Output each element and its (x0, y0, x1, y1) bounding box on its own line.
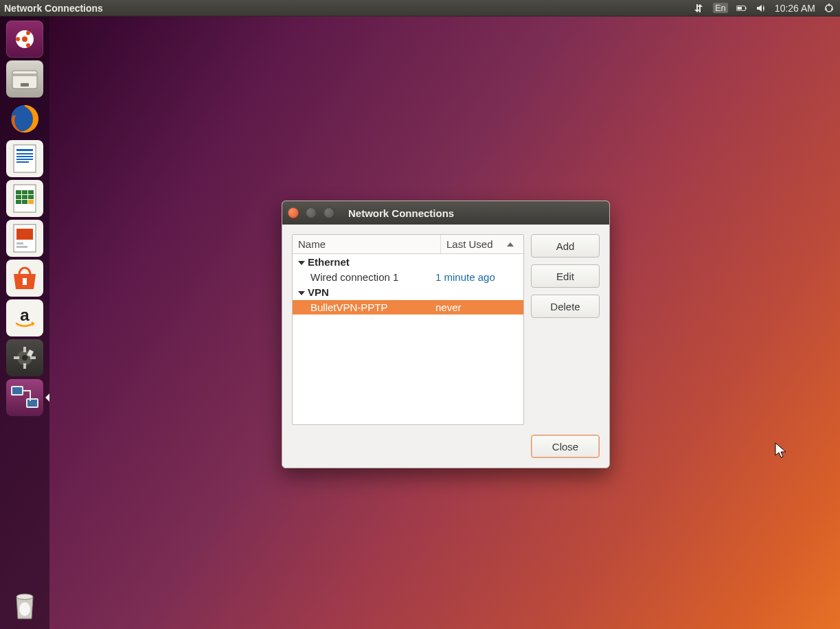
svg-rect-26 (16, 200, 21, 204)
svg-point-46 (19, 602, 30, 616)
sort-asc-icon (507, 242, 514, 247)
connections-list[interactable]: Name Last Used Ethernet Wired connection… (292, 234, 524, 425)
battery-indicator-icon[interactable] (736, 3, 747, 14)
session-indicator-icon[interactable] (824, 3, 835, 14)
connection-row[interactable]: BulletVPN-PPTP never (293, 300, 523, 314)
chevron-down-icon (298, 291, 305, 295)
svg-point-7 (26, 31, 30, 35)
svg-rect-25 (28, 195, 34, 199)
launcher-impress[interactable] (6, 220, 43, 257)
svg-point-45 (16, 594, 33, 599)
svg-point-8 (26, 43, 30, 47)
add-button[interactable]: Add (531, 234, 600, 258)
svg-rect-21 (22, 190, 27, 194)
svg-rect-1 (745, 7, 746, 9)
svg-rect-20 (16, 190, 21, 194)
close-button[interactable]: Close (531, 435, 600, 458)
mouse-cursor-icon (775, 442, 787, 459)
launcher-settings[interactable] (6, 339, 43, 376)
window-close-button[interactable] (288, 207, 299, 218)
sound-indicator-icon[interactable] (756, 3, 767, 14)
svg-rect-27 (22, 200, 27, 204)
clock[interactable]: 10:26 AM (775, 3, 815, 14)
indicator-area: En 10:26 AM (694, 3, 840, 14)
svg-rect-24 (22, 195, 27, 199)
svg-rect-31 (16, 242, 23, 244)
svg-point-5 (22, 36, 27, 42)
svg-rect-32 (16, 246, 27, 248)
delete-button[interactable]: Delete (531, 295, 600, 318)
keyboard-indicator[interactable]: En (713, 3, 728, 13)
svg-rect-14 (16, 149, 33, 151)
svg-rect-11 (21, 83, 29, 87)
chevron-down-icon (298, 261, 305, 265)
svg-rect-10 (12, 73, 37, 76)
launcher: a (0, 16, 49, 629)
group-vpn[interactable]: VPN (293, 284, 523, 300)
svg-rect-17 (16, 159, 33, 160)
dialog-titlebar[interactable]: Network Connections (282, 201, 609, 225)
svg-point-6 (16, 37, 20, 41)
network-connections-dialog: Network Connections Name Last Used Ether… (282, 201, 610, 468)
svg-point-36 (22, 355, 27, 361)
svg-rect-33 (23, 278, 27, 285)
connection-row[interactable]: Wired connection 1 1 minute ago (293, 270, 523, 284)
svg-rect-28 (28, 200, 34, 204)
launcher-files[interactable] (6, 60, 43, 98)
launcher-calc[interactable] (6, 180, 43, 217)
svg-rect-16 (16, 156, 33, 157)
top-panel: Network Connections En 10:26 AM (0, 0, 840, 16)
launcher-amazon[interactable]: a (6, 299, 43, 336)
svg-rect-44 (27, 400, 37, 407)
launcher-trash[interactable] (6, 586, 43, 624)
launcher-dash[interactable] (6, 21, 43, 58)
svg-rect-43 (12, 387, 22, 394)
svg-rect-39 (14, 356, 19, 359)
svg-rect-23 (16, 195, 21, 199)
active-window-title: Network Connections (0, 3, 694, 14)
svg-rect-38 (23, 363, 26, 369)
column-name[interactable]: Name (293, 235, 441, 253)
svg-rect-2 (737, 7, 742, 10)
svg-rect-22 (28, 190, 34, 194)
launcher-writer[interactable] (6, 140, 43, 177)
list-header: Name Last Used (293, 235, 523, 254)
column-last-used[interactable]: Last Used (441, 235, 523, 253)
svg-rect-37 (23, 347, 26, 352)
network-indicator-icon[interactable] (694, 3, 705, 14)
svg-rect-15 (16, 153, 33, 155)
launcher-software[interactable] (6, 260, 43, 297)
svg-text:a: a (20, 306, 30, 324)
dialog-title: Network Connections (348, 207, 454, 219)
window-maximize-button[interactable] (323, 207, 334, 218)
svg-rect-18 (16, 161, 29, 163)
svg-rect-30 (16, 229, 33, 240)
launcher-firefox[interactable] (6, 100, 43, 137)
edit-button[interactable]: Edit (531, 264, 600, 288)
group-ethernet[interactable]: Ethernet (293, 254, 523, 270)
window-minimize-button[interactable] (306, 207, 317, 218)
launcher-network-connections[interactable] (6, 379, 43, 416)
